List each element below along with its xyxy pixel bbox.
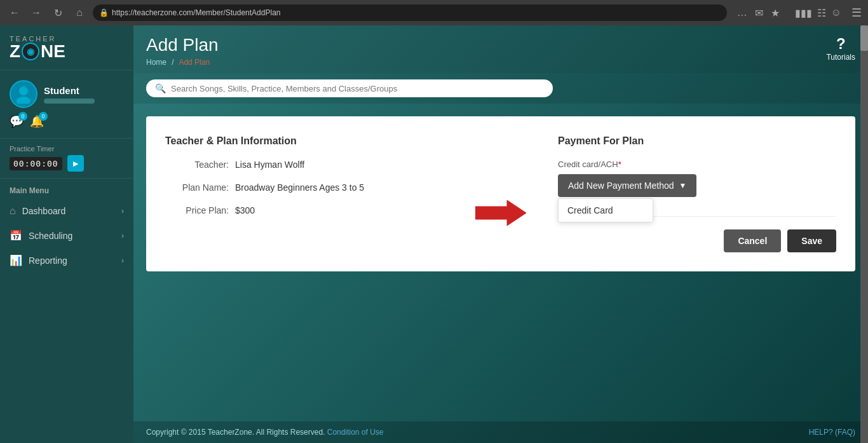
browser-icons: … ✉ ★ [732,7,785,19]
plan-name-row: Plan Name: Broadway Beginners Ages 3 to … [165,182,444,193]
forward-button[interactable]: → [28,4,44,21]
logo-main: Z ◉ NE [10,43,124,60]
play-button[interactable]: ▶ [67,155,84,172]
user-icons: 💬 0 🔔 0 [10,114,44,128]
lock-icon: 🔒 [99,8,109,17]
footer-copyright: Copyright © 2015 TeacherZone. All Rights… [146,428,384,437]
chevron-right-icon-2: › [121,231,124,240]
payment-section-title: Payment For Plan [558,135,836,147]
search-bar-area: 🔍 [133,73,868,104]
dropdown-arrow-icon: ▼ [679,181,687,190]
save-button[interactable]: Save [787,229,836,252]
sidebar-item-label-reporting: Reporting [29,256,67,266]
logo-z: Z [10,43,20,60]
logo-o: ◉ [22,43,39,60]
plan-right: Payment For Plan Credit card/ACH* Add Ne… [558,135,836,252]
condition-of-use-link[interactable]: Condition of Use [327,428,384,437]
chevron-right-icon: › [121,207,124,215]
back-button[interactable]: ← [6,4,23,21]
more-icon[interactable]: … [737,7,747,19]
plan-card: Teacher & Plan Information Teacher: Lisa… [146,116,855,271]
payment-area: Add New Payment Method ▼ Credit Card [558,174,696,197]
star-icon[interactable]: ★ [771,7,780,19]
add-payment-label: Add New Payment Method [568,181,674,191]
logo-text-top: TEACHER [10,35,124,43]
avatar [10,80,37,108]
teacher-label: Teacher: [165,160,229,170]
chart-icon: 📊 [10,254,22,266]
timer-area: Practice Timer 00:00:00 ▶ [0,139,133,179]
left-section-title: Teacher & Plan Information [165,135,444,147]
sidebar-item-scheduling[interactable]: 📅 Scheduling › [0,223,133,248]
price-plan-value: $300 [235,205,255,215]
sidebar-item-label-dashboard: Dashboard [22,206,66,216]
help-faq-link[interactable]: HELP? (FAQ) [809,428,855,437]
top-bar: Add Plan Home / Add Plan ? Tutorials [133,25,868,73]
url-text: https://teacherzone.com/Member/StudentAd… [112,8,280,17]
hamburger-menu[interactable]: ☰ [851,6,862,20]
chevron-right-icon-3: › [121,256,124,265]
breadcrumb-sep: / [172,58,173,67]
timer-display: 00:00:00 ▶ [10,155,124,172]
home-icon: ⌂ [10,205,16,217]
right-arrow-icon [475,200,526,226]
user-area: Student 💬 0 🔔 0 [0,71,133,139]
logo-ne: NE [41,43,65,60]
arrow-container [469,174,532,252]
price-plan-label: Price Plan: [165,205,229,215]
home-button[interactable]: ⌂ [71,4,88,21]
page-title: Add Plan [146,35,219,55]
add-payment-method-button[interactable]: Add New Payment Method ▼ [558,174,696,197]
search-icon: 🔍 [155,83,166,93]
breadcrumb-home[interactable]: Home [146,58,166,67]
teacher-row: Teacher: Lisa Hyman Wolff [165,160,444,170]
scrollbar-thumb[interactable] [860,25,868,51]
teacher-value: Lisa Hyman Wolff [235,160,304,170]
question-icon: ? [836,35,846,53]
sidebar-item-reporting[interactable]: 📊 Reporting › [0,248,133,273]
grid-icon[interactable]: ☷ [817,7,826,19]
bookmark-icon[interactable]: ✉ [755,7,763,19]
plan-name-label: Plan Name: [165,182,229,193]
reload-button[interactable]: ↻ [50,4,66,21]
sidebar-item-label-scheduling: Scheduling [29,231,72,241]
required-marker: * [618,160,621,169]
user-subtitle [44,99,95,104]
svg-marker-2 [475,200,526,226]
tutorials-button[interactable]: ? Tutorials [826,35,855,62]
tutorials-label: Tutorials [826,53,855,62]
main-menu-label: Main Menu [0,179,133,199]
calendar-icon: 📅 [10,229,22,242]
breadcrumb-current: Add Plan [179,58,210,67]
library-icon[interactable]: ▮▮▮ [795,7,812,19]
content-area: Add Plan Home / Add Plan ? Tutorials 🔍 [133,25,868,443]
messages-icon[interactable]: 💬 0 [10,114,24,128]
timer-label: Practice Timer [10,145,124,153]
footer: Copyright © 2015 TeacherZone. All Rights… [133,421,868,443]
search-input[interactable] [171,84,544,93]
sidebar-item-dashboard[interactable]: ⌂ Dashboard › [0,199,133,223]
plan-left: Teacher & Plan Information Teacher: Lisa… [165,135,444,252]
main-content: Teacher & Plan Information Teacher: Lisa… [133,104,868,421]
price-plan-row: Price Plan: $300 [165,205,444,215]
message-badge: 0 [18,112,27,121]
credit-card-label: Credit card/ACH* [558,160,836,169]
timer-digits: 00:00:00 [10,157,62,170]
sidebar: TEACHER Z ◉ NE Student [0,25,133,443]
credit-card-option[interactable]: Credit Card [559,199,653,222]
svg-point-0 [19,86,28,95]
address-bar[interactable]: 🔒 https://teacherzone.com/Member/Student… [93,4,727,21]
payment-dropdown: Credit Card [558,198,653,222]
svg-point-1 [17,97,31,104]
browser-chrome: ← → ↻ ⌂ 🔒 https://teacherzone.com/Member… [0,0,868,25]
user-icon[interactable]: ☺ [831,7,841,19]
logo-area: TEACHER Z ◉ NE [0,25,133,71]
breadcrumb: Home / Add Plan [146,58,219,67]
bell-badge: 0 [39,112,48,121]
cancel-button[interactable]: Cancel [724,229,781,252]
search-wrap: 🔍 [146,79,553,97]
plan-name-value: Broadway Beginners Ages 3 to 5 [235,182,364,193]
scrollbar-track[interactable] [860,25,868,443]
bell-icon[interactable]: 🔔 0 [30,114,44,128]
page-title-area: Add Plan Home / Add Plan [146,35,219,67]
